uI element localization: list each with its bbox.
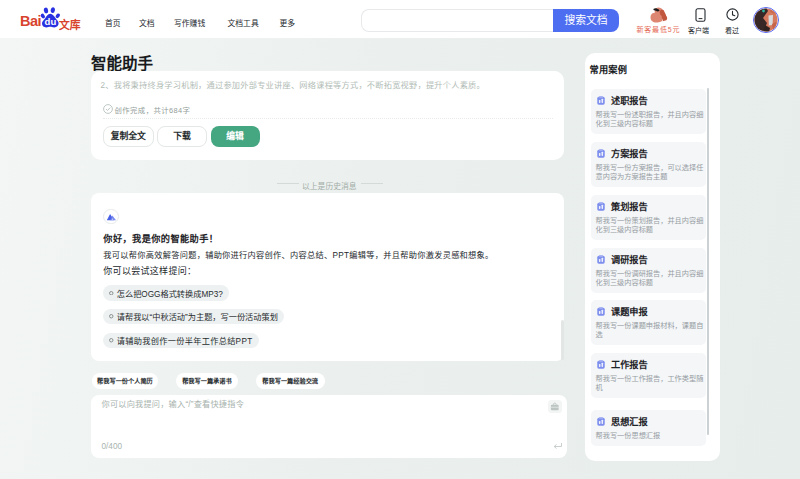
svg-text:du: du: [45, 16, 57, 27]
